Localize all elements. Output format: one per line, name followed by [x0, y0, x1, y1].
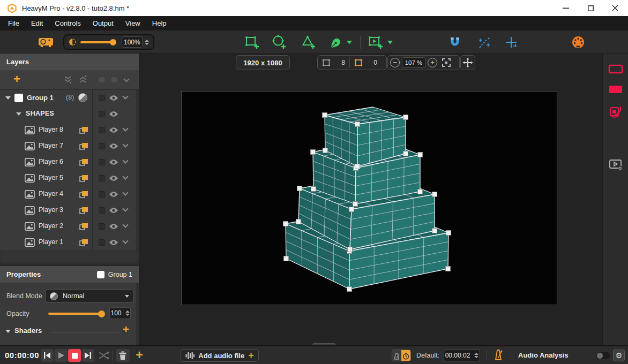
play-button[interactable]: [55, 349, 68, 362]
player-chevron-icon[interactable]: [122, 206, 128, 211]
skip-end-button[interactable]: [81, 349, 94, 362]
zoom-in-button[interactable]: +: [428, 58, 437, 67]
opacity-value-field[interactable]: 100: [109, 307, 131, 319]
shape-corner-handle[interactable]: [446, 267, 451, 271]
shape-corner-handle[interactable]: [311, 187, 316, 192]
maximize-button[interactable]: [579, 0, 602, 16]
move-layer-up-icon[interactable]: [78, 75, 87, 86]
menu-controls[interactable]: Controls: [49, 16, 86, 31]
pan-tool-button[interactable]: [460, 55, 475, 70]
layer-row-group[interactable]: Group 1 (8): [0, 90, 139, 106]
group-expander-icon[interactable]: [5, 96, 11, 100]
player-visibility-eye-icon[interactable]: [109, 207, 118, 214]
move-layer-down-icon[interactable]: [63, 75, 72, 86]
player-copy-icon[interactable]: [79, 191, 88, 199]
menu-help[interactable]: Help: [146, 16, 173, 31]
magnet-snap-button[interactable]: [446, 34, 463, 51]
layer-row-player[interactable]: Player 7: [0, 138, 139, 154]
shape-corner-handle[interactable]: [283, 222, 288, 226]
blend-mode-dropdown[interactable]: Normal: [45, 290, 134, 302]
add-shader-button[interactable]: +: [123, 323, 129, 336]
layer-row-player[interactable]: Player 5: [0, 170, 139, 186]
player-chevron-icon[interactable]: [122, 238, 128, 244]
minimize-button[interactable]: [554, 0, 578, 16]
group-visibility-eye-icon[interactable]: [109, 95, 118, 101]
layers-toolbar-chevron-icon[interactable]: [123, 76, 129, 82]
shape-corner-handle[interactable]: [347, 287, 352, 292]
duration-mode-toggle[interactable]: [392, 350, 411, 361]
add-rectangle-button[interactable]: [243, 34, 260, 51]
skip-start-button[interactable]: [41, 349, 54, 362]
player-visibility-eye-icon[interactable]: [109, 127, 118, 133]
layer-row-player[interactable]: Player 8: [0, 122, 139, 138]
layer-row-player[interactable]: Player 6: [0, 154, 139, 170]
projector-output-button[interactable]: [38, 34, 55, 51]
shape-corner-handle[interactable]: [348, 247, 353, 252]
zoom-out-button[interactable]: −: [390, 58, 400, 67]
zoom-value-field[interactable]: 107 %: [402, 57, 425, 68]
add-player-dropdown-caret[interactable]: [386, 34, 394, 51]
crosshair-button[interactable]: [503, 34, 520, 51]
menu-output[interactable]: Output: [87, 16, 119, 31]
shape-corner-handle[interactable]: [355, 164, 360, 169]
player-settings-button[interactable]: ⚙: [603, 158, 628, 172]
brightness-slider-knob[interactable]: [110, 39, 116, 46]
shape-corner-handle[interactable]: [297, 186, 302, 191]
brightness-slider[interactable]: [80, 41, 115, 43]
add-circle-button[interactable]: [271, 34, 288, 51]
layers-scrollbar[interactable]: [136, 90, 139, 251]
player-chevron-icon[interactable]: [122, 157, 128, 163]
shape-corner-handle[interactable]: [446, 231, 451, 236]
layers-square-toggle-1[interactable]: [99, 77, 104, 82]
fit-screen-button[interactable]: [441, 57, 452, 68]
shape-corner-handle[interactable]: [284, 256, 289, 261]
layer-row-player[interactable]: Player 2: [0, 218, 139, 234]
opacity-slider[interactable]: [48, 313, 103, 315]
shape-outline-mode-button[interactable]: [603, 64, 628, 74]
default-duration-spinner[interactable]: [474, 353, 479, 358]
shape-corner-handle[interactable]: [349, 207, 354, 212]
layer-row-player[interactable]: Player 4: [0, 186, 139, 202]
player-copy-icon[interactable]: [79, 207, 88, 215]
audio-analysis-toggle[interactable]: [596, 352, 610, 359]
shape-corner-handle[interactable]: [403, 115, 408, 120]
stop-button[interactable]: [68, 349, 81, 362]
player-solo-square[interactable]: [99, 191, 105, 198]
opacity-slider-knob[interactable]: [98, 310, 105, 317]
player-copy-icon[interactable]: [79, 175, 88, 183]
shape-corner-handle[interactable]: [432, 192, 437, 197]
mapped-shape-group[interactable]: [182, 92, 558, 306]
player-visibility-eye-icon[interactable]: [109, 143, 118, 149]
projection-screen[interactable]: [181, 91, 557, 305]
brightness-value-field[interactable]: 100%: [122, 36, 143, 48]
shuffle-button[interactable]: [98, 349, 110, 362]
player-solo-square[interactable]: [99, 207, 105, 214]
menu-edit[interactable]: Edit: [25, 16, 49, 31]
shape-corner-handle[interactable]: [323, 113, 327, 118]
shape-corner-handle[interactable]: [418, 189, 423, 194]
add-player-button[interactable]: [367, 34, 384, 51]
layers-square-toggle-2[interactable]: [111, 77, 117, 82]
close-button[interactable]: [603, 0, 627, 16]
player-solo-square[interactable]: [99, 143, 105, 149]
player-visibility-eye-icon[interactable]: [109, 191, 118, 198]
group-chevron-icon[interactable]: [122, 93, 128, 99]
shapes-visibility-eye-icon[interactable]: [109, 111, 118, 117]
player-visibility-eye-icon[interactable]: [109, 239, 118, 246]
shape-corner-handle[interactable]: [311, 150, 316, 155]
add-sequence-button[interactable]: +: [136, 347, 143, 362]
menu-view[interactable]: View: [119, 16, 146, 31]
player-chevron-icon[interactable]: [122, 189, 128, 195]
properties-scrollbar[interactable]: [136, 283, 139, 346]
layer-row-shapes[interactable]: SHAPES: [0, 106, 139, 122]
shape-corner-handle[interactable]: [355, 122, 360, 127]
timer-mode-button[interactable]: [401, 350, 410, 361]
metronome-mode-button[interactable]: [392, 350, 401, 361]
player-chevron-icon[interactable]: [122, 141, 128, 147]
player-copy-icon[interactable]: [79, 239, 88, 247]
tempo-metronome-icon[interactable]: [494, 349, 503, 363]
group-color-checkbox[interactable]: [14, 94, 23, 102]
layer-row-player[interactable]: Player 1: [0, 234, 139, 251]
brightness-spinner[interactable]: [145, 40, 149, 45]
player-copy-icon[interactable]: [79, 223, 88, 231]
